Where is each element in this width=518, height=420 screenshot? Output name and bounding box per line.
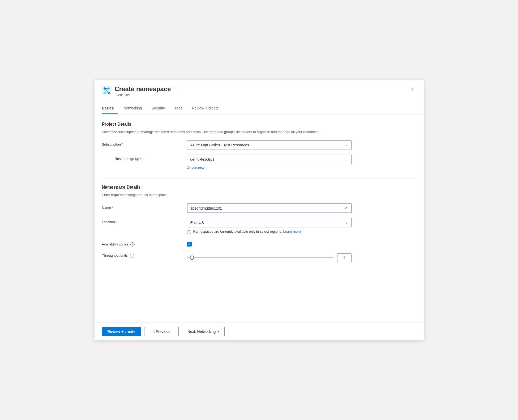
review-create-button[interactable]: Review + create — [102, 327, 141, 336]
location-field-row: Location* East US ⌄ ⓘ Namespaces are cur… — [102, 218, 416, 235]
section-divider — [102, 178, 416, 179]
footer: Review + create < Previous Next: Network… — [95, 323, 424, 340]
throughput-units-field-row: Throughput units i 1 — [102, 251, 416, 262]
throughput-slider-thumb[interactable] — [190, 256, 194, 260]
location-info-box: ⓘ Namespaces are currently available onl… — [187, 230, 352, 235]
dialog-subtitle: Event Grid — [115, 93, 409, 97]
subscription-dropdown[interactable]: Azure Mqtt Broker - Test Resources ⌄ — [187, 140, 352, 150]
event-grid-icon — [102, 86, 112, 95]
throughput-slider-track — [187, 257, 334, 258]
title-area: Create namespace ··· Event Grid — [115, 85, 409, 97]
tab-networking[interactable]: Networking — [123, 104, 146, 114]
tab-review-create[interactable]: Review + create — [192, 104, 223, 114]
availability-zones-field-row: Availability zones i ✓ — [102, 240, 416, 247]
tab-tags[interactable]: Tags — [174, 104, 187, 114]
namespace-details-section: Namespace Details Enter required setting… — [102, 185, 416, 262]
location-chevron-icon: ⌄ — [345, 221, 348, 224]
location-control: East US ⌄ ⓘ Namespaces are currently ava… — [187, 218, 352, 235]
location-required: * — [115, 220, 117, 224]
close-button[interactable]: × — [409, 85, 416, 93]
availability-zones-checkbox[interactable]: ✓ — [187, 242, 192, 247]
namespace-details-desc: Enter required settings for this namespa… — [102, 192, 416, 198]
subscription-value: Azure Mqtt Broker - Test Resources — [190, 143, 249, 147]
resource-group-value: demoResGrp1 — [190, 157, 215, 162]
throughput-units-control: 1 — [187, 251, 352, 262]
tab-basics[interactable]: Basics — [102, 104, 118, 114]
subscription-control: Azure Mqtt Broker - Test Resources ⌄ — [187, 140, 352, 150]
availability-zones-info-icon[interactable]: i — [130, 242, 135, 247]
project-details-desc: Select the subscription to manage deploy… — [102, 129, 416, 135]
name-control: spegridmqttns1101 ✓ — [187, 203, 352, 213]
subscription-required: * — [121, 142, 123, 146]
next-button[interactable]: Next: Networking > — [182, 327, 225, 336]
throughput-units-label: Throughput units i — [102, 251, 187, 258]
resource-group-control: demoResGrp1 ⌄ Create new — [187, 155, 352, 170]
availability-zones-label: Availability zones i — [102, 240, 187, 247]
tab-security[interactable]: Security — [152, 104, 169, 114]
availability-zones-control: ✓ — [187, 240, 352, 247]
project-details-section: Project Details Select the subscription … — [102, 122, 416, 170]
previous-button[interactable]: < Previous — [144, 327, 179, 336]
main-content: Project Details Select the subscription … — [95, 114, 424, 340]
location-label: Location* — [102, 218, 187, 224]
valid-checkmark-icon: ✓ — [344, 206, 348, 211]
resource-group-chevron-icon: ⌄ — [345, 158, 348, 161]
throughput-slider-container: 1 — [187, 251, 352, 262]
name-input[interactable]: spegridmqttns1101 ✓ — [187, 203, 352, 213]
resource-group-label: Resource group* — [115, 155, 187, 161]
name-label: Name* — [102, 203, 187, 210]
location-value: East US — [190, 220, 204, 225]
dialog-title: Create namespace ··· — [115, 85, 409, 93]
learn-more-link[interactable]: Learn more — [283, 230, 301, 234]
location-dropdown[interactable]: East US ⌄ — [187, 218, 352, 227]
name-field-row: Name* spegridmqttns1101 ✓ — [102, 203, 416, 213]
availability-zones-checkbox-container: ✓ — [187, 240, 352, 247]
throughput-units-info-icon[interactable]: i — [130, 254, 134, 258]
throughput-value-box: 1 — [337, 253, 352, 262]
checkbox-check-icon: ✓ — [188, 242, 191, 246]
resource-group-required: * — [140, 157, 141, 161]
create-new-link[interactable]: Create new — [187, 166, 352, 170]
subscription-field-row: Subscription* Azure Mqtt Broker - Test R… — [102, 140, 416, 150]
namespace-details-title: Namespace Details — [102, 185, 416, 190]
resource-group-field-row: Resource group* demoResGrp1 ⌄ Create new — [115, 155, 416, 170]
title-text: Create namespace — [115, 85, 171, 93]
resource-group-dropdown[interactable]: demoResGrp1 ⌄ — [187, 155, 352, 164]
title-dots[interactable]: ··· — [174, 86, 180, 92]
location-info-text: Namespaces are currently available only … — [193, 230, 301, 234]
name-value: spegridmqttns1101 — [191, 206, 222, 210]
project-details-title: Project Details — [102, 122, 416, 127]
tabs-container: Basics Networking Security Tags Review +… — [95, 100, 424, 114]
create-namespace-dialog: Create namespace ··· Event Grid × Basics… — [95, 80, 424, 340]
subscription-label: Subscription* — [102, 140, 187, 146]
info-circle-icon: ⓘ — [187, 230, 191, 235]
name-required: * — [112, 206, 113, 210]
dialog-header: Create namespace ··· Event Grid × — [95, 80, 424, 97]
throughput-value: 1 — [343, 256, 345, 260]
subscription-chevron-icon: ⌄ — [345, 143, 348, 147]
